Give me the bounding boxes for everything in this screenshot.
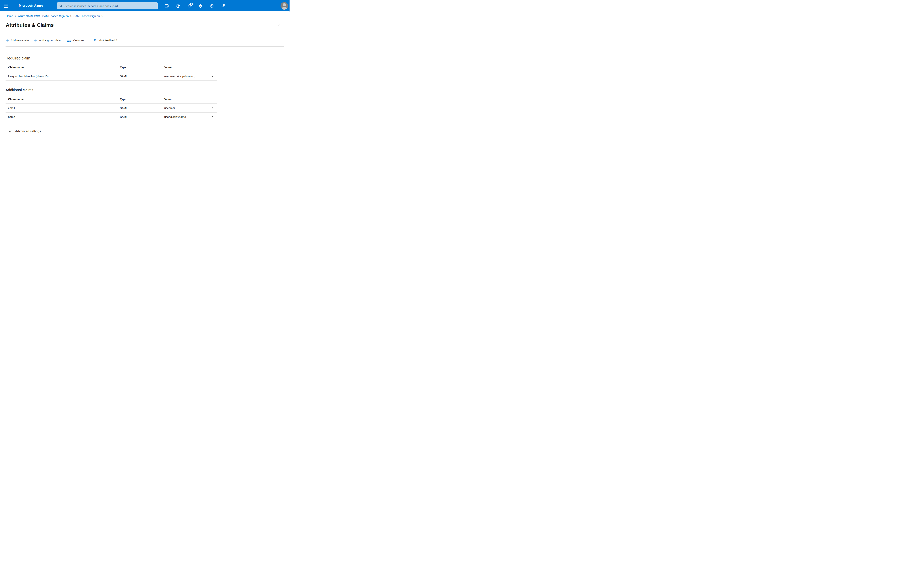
column-header-claim-name: Claim name [5,66,117,69]
directory-filter-icon[interactable] [176,4,180,8]
columns-label: Columns [73,39,84,42]
command-bar: Add new claim Add a group claim Columns … [6,37,290,43]
claim-name-cell: Unique User Identifier (Name ID) [5,75,117,78]
feedback-person-icon [93,38,97,43]
row-more-icon[interactable] [211,107,217,109]
breadcrumb: Home > Azure SAML SSO | SAML-based Sign-… [6,15,290,18]
required-claim-table: Claim name Type Value Unique User Identi… [5,63,216,81]
page-title: Attributes & Claims [6,22,54,28]
search-input[interactable] [64,5,155,8]
got-feedback-label: Got feedback? [99,39,117,42]
column-header-value: Value [162,66,207,69]
notification-count-badge: 6 [190,3,193,6]
table-header-row: Claim name Type Value [5,95,216,104]
table-row[interactable]: email SAML user.mail [5,104,216,112]
column-header-type: Type [117,97,162,101]
claim-type-cell: SAML [117,115,162,118]
chevron-right-icon: > [15,15,16,18]
azure-top-bar: Microsoft Azure [0,0,290,11]
plus-icon [34,39,37,42]
breadcrumb-saml-sso-link[interactable]: Azure SAML SSO | SAML-based Sign-on [18,15,69,18]
row-more-icon[interactable] [211,76,217,77]
additional-claims-table: Claim name Type Value email SAML user.ma… [5,95,216,121]
table-row[interactable]: name SAML user.displayname [5,112,216,121]
claim-name-cell: name [5,115,117,118]
add-group-claim-label: Add a group claim [39,39,61,42]
add-new-claim-button[interactable]: Add new claim [6,39,29,42]
avatar[interactable] [280,2,288,10]
chevron-down-icon [8,130,12,132]
advanced-settings-toggle[interactable]: Advanced settings [8,130,41,133]
page-header: Attributes & Claims [6,21,290,29]
chevron-right-icon: > [70,15,72,18]
topbar-right-edge [289,0,290,12]
column-header-value: Value [162,97,207,101]
bell-icon[interactable]: 6 [187,4,191,8]
table-header-row: Claim name Type Value [5,63,216,72]
got-feedback-button[interactable]: Got feedback? [93,38,117,43]
required-claim-heading: Required claim [5,56,290,61]
add-new-claim-label: Add new claim [11,39,29,42]
plus-icon [6,39,9,42]
table-row[interactable]: Unique User Identifier (Name ID) SAML us… [5,72,216,81]
breadcrumb-saml-signon-link[interactable]: SAML-based Sign-on [74,15,100,18]
svg-text:?: ? [211,5,212,7]
claim-type-cell: SAML [117,75,162,78]
chevron-right-icon: > [101,15,103,18]
add-group-claim-button[interactable]: Add a group claim [34,39,61,42]
advanced-settings-label: Advanced settings [15,130,41,133]
close-icon[interactable] [277,23,282,27]
hamburger-menu-button[interactable] [0,0,12,12]
more-icon[interactable] [62,26,65,26]
search-icon [59,4,63,8]
breadcrumb-home-link[interactable]: Home [6,15,13,18]
azure-brand-logo[interactable]: Microsoft Azure [19,4,43,8]
column-header-type: Type [117,66,162,69]
claim-value-cell: user.userprincipalname [... [162,75,207,78]
feedback-icon[interactable] [221,4,225,8]
avatar-body-shape [281,7,287,10]
claim-type-cell: SAML [117,106,162,110]
row-more-icon[interactable] [211,116,217,117]
column-header-claim-name: Claim name [5,97,117,101]
help-icon[interactable]: ? [210,4,214,8]
gear-icon[interactable] [198,4,203,8]
global-search-box[interactable] [57,2,158,10]
claim-value-cell: user.displayname [162,115,207,118]
claim-name-cell: email [5,106,117,110]
additional-claims-heading: Additional claims [5,87,290,92]
avatar-head-shape [283,3,286,6]
columns-icon [67,39,71,42]
topbar-icon-group: 6 ? [165,0,225,12]
claim-value-cell: user.mail [162,106,207,110]
cloud-shell-icon[interactable] [165,4,169,8]
columns-button[interactable]: Columns [67,39,84,42]
